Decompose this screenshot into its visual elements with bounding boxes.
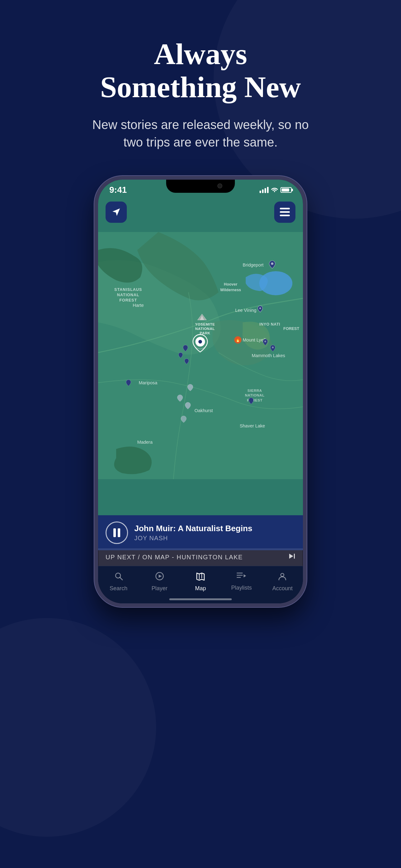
svg-text:Mariposa: Mariposa — [139, 380, 157, 385]
player-icon — [155, 572, 164, 583]
status-time: 9:41 — [109, 185, 127, 195]
up-next-bar[interactable]: UP NEXT / ON MAP - HUNTINGTON LAKE — [98, 548, 303, 566]
svg-text:Harte: Harte — [133, 303, 144, 308]
svg-text:YOSEMITE: YOSEMITE — [195, 322, 215, 326]
svg-rect-34 — [280, 211, 290, 213]
svg-text:NATIONAL: NATIONAL — [195, 327, 215, 331]
map-tab-label: Map — [195, 585, 206, 592]
tab-bar: Search Player — [98, 566, 303, 603]
svg-point-32 — [198, 340, 202, 344]
svg-text:FOREST: FOREST — [283, 327, 299, 331]
playlists-icon — [237, 572, 246, 582]
wifi-icon — [271, 187, 278, 194]
track-artist: JOY NASH — [134, 535, 295, 542]
tab-search[interactable]: Search — [98, 572, 139, 592]
battery-icon — [280, 187, 292, 193]
signal-icon — [260, 187, 269, 193]
account-tab-label: Account — [272, 585, 293, 592]
location-button[interactable] — [106, 202, 127, 223]
track-title: John Muir: A Naturalist Begins — [134, 524, 295, 533]
svg-point-29 — [272, 346, 274, 348]
svg-text:Madera: Madera — [137, 440, 153, 445]
track-info: John Muir: A Naturalist Begins JOY NASH — [134, 524, 295, 542]
map-area: STANISLAUS NATIONAL FOREST Harte Bridgep… — [98, 180, 303, 531]
svg-line-39 — [120, 578, 123, 580]
status-icons — [260, 187, 292, 194]
pause-icon — [113, 528, 120, 537]
tab-playlists[interactable]: Playlists — [221, 572, 262, 591]
header-title: Always Something New — [25, 37, 376, 103]
skip-button[interactable] — [289, 553, 295, 561]
map-icon — [196, 572, 205, 583]
svg-point-26 — [271, 262, 274, 265]
pause-button[interactable] — [106, 522, 128, 544]
phone-wrapper: 9:41 — [0, 176, 401, 607]
svg-text:🔥: 🔥 — [235, 337, 240, 342]
header-subtitle: New stories are released weekly, so no t… — [85, 116, 316, 151]
svg-text:Wilderness: Wilderness — [220, 288, 241, 292]
playlists-tab-label: Playlists — [231, 585, 252, 591]
svg-point-46 — [281, 574, 284, 577]
now-playing-bar: John Muir: A Naturalist Begins JOY NASH — [98, 515, 303, 550]
svg-text:Lee Vining: Lee Vining — [235, 308, 257, 313]
svg-text:NATIONAL: NATIONAL — [245, 393, 265, 397]
tab-account[interactable]: Account — [262, 572, 303, 592]
phone-frame: 9:41 — [94, 176, 307, 607]
svg-text:SIERRA: SIERRA — [247, 389, 262, 393]
account-icon — [278, 572, 287, 583]
up-next-text: UP NEXT / ON MAP - HUNTINGTON LAKE — [106, 554, 243, 561]
notch — [166, 180, 235, 193]
svg-point-28 — [265, 341, 266, 342]
home-indicator — [169, 598, 232, 600]
svg-rect-33 — [280, 208, 290, 209]
svg-text:FOREST: FOREST — [119, 299, 137, 303]
header-section: Always Something New New stories are rel… — [0, 0, 401, 170]
svg-text:Mount Lyell: Mount Lyell — [243, 337, 265, 342]
svg-text:INYO NATI: INYO NATI — [259, 322, 280, 327]
tab-map[interactable]: Map — [180, 572, 221, 592]
svg-text:Shaver Lake: Shaver Lake — [239, 423, 265, 428]
tab-player[interactable]: Player — [139, 572, 180, 592]
search-icon — [114, 572, 123, 583]
svg-text:NATIONAL: NATIONAL — [117, 293, 140, 297]
svg-text:Bridgeport: Bridgeport — [243, 263, 264, 268]
svg-text:Hoover: Hoover — [224, 282, 237, 286]
player-tab-label: Player — [152, 585, 167, 592]
svg-point-27 — [259, 307, 261, 309]
svg-rect-37 — [294, 554, 295, 559]
list-button[interactable] — [274, 202, 295, 223]
svg-text:STANISLAUS: STANISLAUS — [114, 287, 142, 292]
svg-rect-35 — [280, 215, 290, 216]
svg-text:Mammoth Lakes: Mammoth Lakes — [252, 353, 285, 358]
svg-text:Oakhurst: Oakhurst — [195, 408, 213, 413]
search-tab-label: Search — [110, 585, 127, 592]
camera — [218, 183, 222, 188]
